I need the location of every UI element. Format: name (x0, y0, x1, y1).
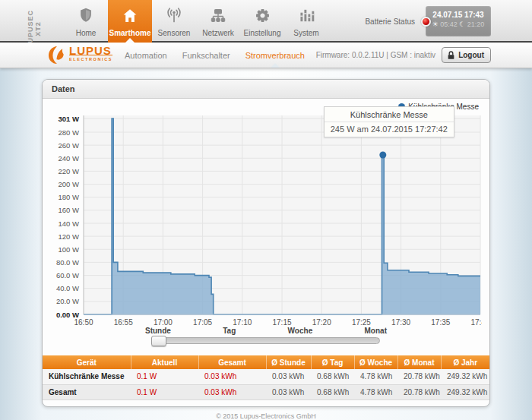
sun-icon: ☀ (432, 21, 439, 28)
main-tabs: Home Smarthome Sensoren (64, 0, 328, 43)
table-header-row: Gerät Aktuell Gesamt Ø Stunde Ø Tag Ø Wo… (43, 355, 489, 369)
chart-tooltip: Kühlschränke Messe 245 W am 24.07.2015 1… (324, 106, 454, 137)
avg-woche-value: 4.78 kWh (354, 384, 397, 399)
tooltip-title: Kühlschränke Messe (325, 107, 454, 122)
nav-link-stromverbrauch[interactable]: Stromverbrauch (245, 51, 305, 60)
tab-smarthome[interactable]: Smarthome (108, 0, 152, 43)
logout-button[interactable]: Logout (442, 47, 491, 63)
svg-text:17:05: 17:05 (193, 318, 212, 327)
svg-text:17:15: 17:15 (272, 318, 291, 327)
device-name: Gesamt (43, 384, 131, 399)
battery-status-indicator (421, 17, 431, 27)
tab-home[interactable]: Home (64, 0, 108, 43)
svg-text:0.00 W: 0.00 W (56, 311, 79, 319)
svg-text:140 W: 140 W (59, 219, 79, 228)
tooltip-value: 245 W am 24.07.2015 17:27:42 (325, 122, 454, 137)
avg-jahr-value: 249.32 kWh (441, 369, 489, 384)
avg-woche-value: 4.78 kWh (354, 369, 397, 384)
gesamt-value: 0.03 kWh (198, 384, 266, 399)
svg-text:120 W: 120 W (59, 232, 79, 241)
nav-link-automation[interactable]: Automation (125, 51, 167, 60)
status-area: Batterie Status 24.07.15 17:43 ☀ 05:42 ☾… (365, 0, 491, 43)
tab-label: Einstellung (244, 29, 281, 37)
sun-times: ☀ 05:42 ☾ 21:20 (426, 21, 491, 28)
sub-nav: LUPUS ELECTRONICS Automation Funkschalte… (0, 43, 532, 68)
tab-einstellung[interactable]: Einstellung (240, 0, 284, 43)
time-range-slider-track[interactable] (152, 337, 380, 344)
col-avg-woche: Ø Woche (354, 355, 397, 369)
time-range-slider-zone: Stunde Tag Woche Monat (43, 327, 489, 355)
top-bar: LUPUSECXT2 Home Smarthome Sensoren (0, 0, 532, 43)
time-range-slider-handle[interactable] (151, 336, 166, 346)
device-name: Kühlschränke Messe (43, 369, 131, 384)
svg-text:17:40: 17:40 (470, 318, 482, 327)
col-aktuell: Aktuell (131, 355, 198, 369)
svg-text:17:10: 17:10 (233, 318, 252, 327)
svg-text:180 W: 180 W (59, 193, 79, 201)
svg-text:16:50: 16:50 (74, 318, 93, 327)
avg-jahr-value: 249.32 kWh (441, 384, 489, 399)
logo-subtext: ELECTRONICS (69, 55, 112, 63)
slider-label-tag[interactable]: Tag (223, 327, 236, 335)
sunrise-time: 05:42 (440, 21, 458, 28)
tab-sensoren[interactable]: Sensoren (152, 0, 196, 43)
avg-tag-value: 0.68 kWh (311, 369, 354, 384)
lupus-logo[interactable]: LUPUS ELECTRONICS (47, 46, 112, 65)
nav-link-funkschalter[interactable]: Funkschalter (182, 51, 230, 60)
logo-text-block: LUPUS ELECTRONICS (69, 47, 112, 63)
col-geraet: Gerät (43, 355, 131, 369)
svg-text:100 W: 100 W (59, 245, 79, 254)
power-chart-area: Kühlschränke Messe 301 W280 W260 W240 W2… (43, 99, 489, 327)
gear-icon (254, 7, 271, 27)
equalizer-icon (298, 7, 315, 27)
slider-label-woche[interactable]: Woche (288, 327, 313, 335)
svg-text:17:30: 17:30 (391, 318, 410, 327)
home-icon (121, 7, 139, 28)
col-avg-tag: Ø Tag (311, 355, 354, 369)
clock-box: 24.07.15 17:43 ☀ 05:42 ☾ 21:20 (426, 6, 491, 36)
svg-text:40.0 W: 40.0 W (56, 284, 79, 292)
gesamt-value: 0.03 kWh (198, 369, 266, 384)
svg-text:16:55: 16:55 (114, 318, 133, 327)
copyright-text: © 2015 Lupus-Electronics GmbH (0, 412, 532, 420)
svg-text:200 W: 200 W (59, 180, 79, 188)
svg-text:17:00: 17:00 (154, 318, 173, 327)
svg-text:20.0 W: 20.0 W (56, 297, 79, 305)
col-avg-jahr: Ø Jahr (441, 355, 489, 369)
svg-text:160 W: 160 W (59, 206, 79, 214)
svg-text:17:25: 17:25 (352, 318, 371, 327)
shield-icon (78, 7, 94, 27)
sub-nav-links: Automation Funkschalter Stromverbrauch (125, 51, 305, 60)
svg-text:240 W: 240 W (59, 154, 79, 163)
col-avg-monat: Ø Monat (397, 355, 441, 369)
col-gesamt: Gesamt (198, 355, 266, 369)
slider-labels: Stunde Tag Woche Monat (145, 327, 387, 335)
svg-text:60.0 W: 60.0 W (56, 271, 79, 279)
daten-panel: Daten Kühlschränke Messe 301 W280 W260 W… (42, 79, 490, 407)
svg-text:80.0 W: 80.0 W (56, 258, 79, 267)
sunset-time: 21:20 (467, 21, 485, 28)
tab-label: Netzwerk (202, 29, 234, 37)
tab-netzwerk[interactable]: Netzwerk (196, 0, 240, 43)
tab-system[interactable]: System (284, 0, 328, 43)
slider-label-stunde[interactable]: Stunde (145, 327, 171, 335)
moon-icon: ☾ (459, 21, 465, 28)
svg-text:220 W: 220 W (59, 167, 79, 175)
battery-status-label: Batterie Status (365, 17, 415, 26)
consumption-table: Gerät Aktuell Gesamt Ø Stunde Ø Tag Ø Wo… (43, 355, 489, 400)
avg-monat-value: 20.78 kWh (397, 384, 441, 399)
tab-label: System (293, 29, 318, 37)
svg-text:260 W: 260 W (59, 141, 79, 150)
signal-icon (165, 7, 183, 28)
power-consumption-chart[interactable]: 301 W280 W260 W240 W220 W200 W180 W160 W… (52, 109, 482, 327)
lock-icon (447, 50, 455, 60)
sub-nav-right: Firmware: 0.0.2.11U | GSM : inaktiv Logo… (316, 47, 491, 63)
logout-label: Logout (458, 51, 484, 59)
table-row: Gesamt 0.1 W 0.03 kWh 0.03 kWh 0.68 kWh … (43, 384, 489, 399)
avg-stunde-value: 0.03 kWh (266, 369, 311, 384)
slider-label-monat[interactable]: Monat (365, 327, 387, 335)
svg-text:280 W: 280 W (59, 128, 79, 137)
svg-text:17:35: 17:35 (431, 318, 450, 327)
svg-text:301 W: 301 W (59, 115, 79, 123)
tab-label: Home (76, 29, 97, 37)
